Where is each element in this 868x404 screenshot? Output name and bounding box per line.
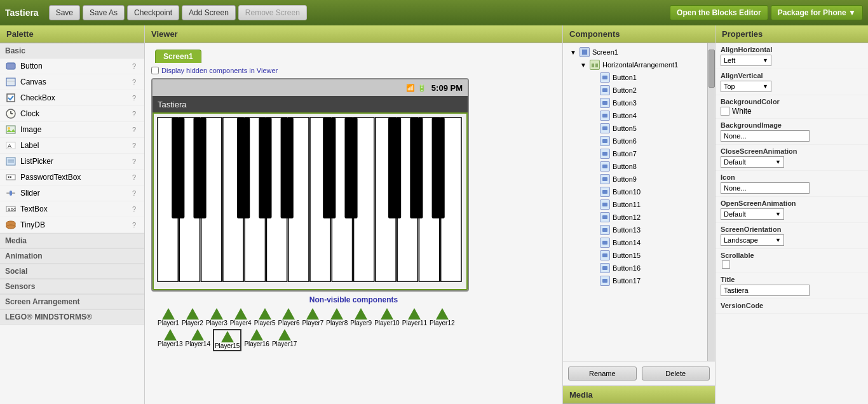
prop-closeanim-dropdown[interactable]: Default ▼ [721, 156, 784, 168]
app-title: Tastiera [5, 8, 39, 18]
comp-scrollbar[interactable] [707, 43, 715, 361]
bgcolor-swatch[interactable] [721, 107, 729, 116]
svg-rect-62 [602, 203, 607, 206]
button6-label: Button6 [613, 137, 637, 145]
tree-ha1[interactable]: ▼ HorizontalArrangement1 [576, 58, 705, 71]
palette-item-canvas[interactable]: Canvas ? [0, 74, 144, 90]
palette-item-passwordtextbox[interactable]: •• PasswordTextBox ? [0, 170, 144, 185]
player-item-player8[interactable]: Player8 [326, 308, 348, 327]
tree-button1[interactable]: ▶ Button1 [586, 71, 705, 84]
phone-statusbar: 📶 🔋 5:09 PM [153, 79, 468, 96]
prop-closeanim: CloseScreenAnimation Default ▼ [715, 145, 868, 171]
player-item-player13[interactable]: Player13 [158, 329, 182, 351]
media-section[interactable]: Media [0, 233, 144, 248]
player11-icon [408, 308, 421, 320]
palette-item-button[interactable]: Button ? [0, 58, 144, 74]
prop-bgimage-input[interactable] [721, 130, 810, 142]
prop-title-input[interactable] [721, 285, 810, 296]
saveas-button[interactable]: Save As [83, 5, 125, 20]
tree-button2[interactable]: ▶ Button2 [586, 84, 705, 97]
player-item-player6[interactable]: Player6 [278, 308, 300, 327]
checkbox-label: CheckBox [20, 93, 129, 102]
expand-ha1[interactable]: ▼ [578, 60, 588, 70]
rename-button[interactable]: Rename [568, 367, 637, 380]
blocks-editor-button[interactable]: Open the Blocks Editor [670, 5, 768, 20]
tree-button16[interactable]: ▶ Button16 [586, 262, 705, 274]
tree-button3[interactable]: ▶ Button3 [586, 97, 705, 109]
clock-help[interactable]: ? [129, 110, 139, 118]
removescreen-button[interactable]: Remove Screen [238, 5, 307, 20]
prop-openscreenanim-dropdown[interactable]: Default ▼ [721, 208, 784, 220]
palette-item-image[interactable]: Image ? [0, 122, 144, 138]
tree-button15[interactable]: ▶ Button15 [586, 249, 705, 262]
package-button[interactable]: Package for Phone ▼ [771, 5, 863, 20]
screen1-tab[interactable]: Screen1 [155, 50, 201, 63]
palette-item-label[interactable]: A Label ? [0, 138, 144, 154]
listpicker-help[interactable]: ? [129, 158, 139, 165]
tinydb-help[interactable]: ? [129, 221, 139, 229]
checkbox-help[interactable]: ? [129, 94, 139, 102]
label-help[interactable]: ? [129, 142, 139, 149]
player-item-player7[interactable]: Player7 [302, 308, 323, 327]
tree-screen1[interactable]: ▼ Screen1 [566, 46, 705, 58]
tree-button14[interactable]: ▶ Button14 [586, 236, 705, 249]
tree-button11[interactable]: ▶ Button11 [586, 198, 705, 211]
prop-alignhorizontal-dropdown[interactable]: Left ▼ [721, 55, 771, 66]
player-item-player16[interactable]: Player16 [244, 329, 269, 351]
player-item-player1[interactable]: Player1 [158, 308, 179, 327]
player-item-player14[interactable]: Player14 [185, 329, 210, 351]
player-item-player11[interactable]: Player11 [402, 308, 427, 327]
lego-section[interactable]: LEGO® MINDSTORMS® [0, 309, 144, 325]
tree-button12[interactable]: ▶ Button12 [586, 211, 705, 224]
player-item-player15[interactable]: Player15 [213, 329, 241, 351]
tree-button10[interactable]: ▶ Button10 [586, 185, 705, 198]
tree-button5[interactable]: ▶ Button5 [586, 122, 705, 135]
player-item-player12[interactable]: Player12 [430, 308, 454, 327]
prop-screenorientation-dropdown[interactable]: Landscape ▼ [721, 234, 784, 246]
player-item-player10[interactable]: Player10 [374, 308, 399, 327]
player8-icon [330, 308, 343, 320]
palette-item-textbox[interactable]: abc TextBox ? [0, 201, 144, 217]
palette-item-checkbox[interactable]: CheckBox ? [0, 90, 144, 106]
display-hidden-checkbox[interactable] [151, 67, 159, 74]
tree-button7[interactable]: ▶ Button7 [586, 147, 705, 160]
palette-item-tinydb[interactable]: TinyDB ? [0, 217, 144, 233]
prop-alignvertical-dropdown[interactable]: Top ▼ [721, 81, 771, 92]
tree-button17[interactable]: ▶ Button17 [586, 274, 705, 287]
passwordtextbox-help[interactable]: ? [129, 173, 139, 181]
canvas-help[interactable]: ? [129, 78, 139, 86]
animation-section[interactable]: Animation [0, 248, 144, 264]
player-item-player3[interactable]: Player3 [206, 308, 227, 327]
textbox-help[interactable]: ? [129, 205, 139, 213]
palette-item-clock[interactable]: Clock ? [0, 106, 144, 122]
social-section[interactable]: Social [0, 264, 144, 279]
player-item-player2[interactable]: Player2 [182, 308, 203, 327]
screenarrangement-section[interactable]: Screen Arrangement [0, 294, 144, 309]
image-help[interactable]: ? [129, 126, 139, 133]
delete-button[interactable]: Delete [642, 367, 710, 380]
tree-button8[interactable]: ▶ Button8 [586, 160, 705, 173]
button14-label: Button14 [613, 239, 641, 246]
player-item-player17[interactable]: Player17 [272, 329, 297, 351]
checkpoint-button[interactable]: Checkpoint [127, 5, 179, 20]
player-item-player5[interactable]: Player5 [254, 308, 276, 327]
tree-button4[interactable]: ▶ Button4 [586, 109, 705, 122]
prop-title: Title [715, 273, 868, 299]
addscreen-button[interactable]: Add Screen [182, 5, 236, 20]
prop-icon-input[interactable] [721, 182, 810, 194]
player-item-player4[interactable]: Player4 [230, 308, 252, 327]
save-button[interactable]: Save [49, 5, 80, 20]
expand-screen1[interactable]: ▼ [568, 47, 578, 57]
prop-scrollable-checkbox[interactable] [722, 260, 730, 269]
sensors-section[interactable]: Sensors [0, 279, 144, 294]
palette-item-listpicker[interactable]: ListPicker ? [0, 154, 144, 170]
button6-icon [600, 136, 610, 146]
tree-button9[interactable]: ▶ Button9 [586, 173, 705, 185]
tree-button13[interactable]: ▶ Button13 [586, 224, 705, 236]
button-help[interactable]: ? [129, 62, 139, 70]
player-item-player9[interactable]: Player9 [350, 308, 372, 327]
palette-panel: Palette Basic Button ? Canvas ? CheckBox… [0, 25, 145, 404]
slider-help[interactable]: ? [129, 189, 139, 197]
tree-button6[interactable]: ▶ Button6 [586, 135, 705, 147]
palette-item-slider[interactable]: Slider ? [0, 185, 144, 201]
